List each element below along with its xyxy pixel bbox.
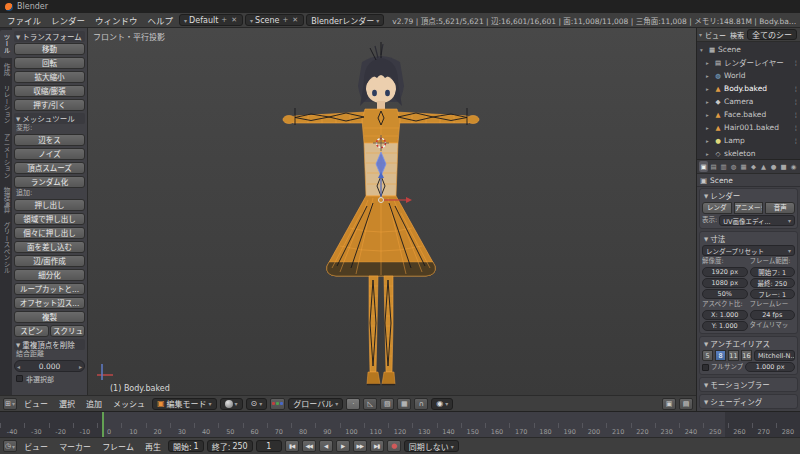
timeline-frame-menu[interactable]: フレーム (98, 441, 138, 452)
aa-samples-8-button[interactable]: 8 (715, 350, 726, 361)
restrict-toggles[interactable]: ¦ (795, 111, 797, 119)
mode-dropdown[interactable]: ▣編集モード▾ (152, 398, 217, 410)
subdivide-button[interactable]: 細分化 (14, 269, 85, 281)
sync-dropdown[interactable]: 同期しない▾ (404, 440, 459, 452)
restrict-toggles[interactable]: ¦ (795, 59, 797, 67)
frame-start-field[interactable]: 開始フ: 1 (750, 267, 796, 277)
screen-layout-dropdown[interactable]: ▾ Default + ✕ (179, 14, 243, 26)
render-animation-button[interactable]: アニメーショ (734, 202, 764, 214)
unselected-checkbox[interactable] (16, 375, 23, 382)
outliner-row-face-baked[interactable]: ▸▲Face.baked¦ (697, 108, 800, 121)
panel-shading-header[interactable]: ▼シェーディング (702, 396, 795, 407)
loopcut-button[interactable]: ループカットと... (14, 283, 85, 295)
outliner-search-menu[interactable]: 検索 (729, 30, 745, 40)
tab-relations[interactable]: リレーション (0, 81, 12, 128)
restrict-toggles[interactable]: ¦ (795, 98, 797, 106)
resolution-y-field[interactable]: 1080 px (702, 278, 748, 288)
outliner-row-renderlayers[interactable]: ▸▤レンダーレイヤー¦ (697, 56, 800, 69)
panel-motion-blur-header[interactable]: ▼モーションブラー (702, 379, 795, 390)
disclosure-icon[interactable]: ▸ (706, 73, 712, 79)
close-layout-button[interactable]: ✕ (230, 16, 238, 24)
aa-size-field[interactable]: 1.000 px (745, 362, 795, 372)
edge-select-button[interactable]: ◺ (363, 398, 377, 410)
full-sample-checkbox[interactable] (702, 364, 709, 371)
add-layout-button[interactable]: + (220, 16, 228, 24)
outliner-row-scene[interactable]: ▾▦Scene (697, 43, 800, 56)
viewport-canvas[interactable] (88, 28, 696, 395)
tab-tools[interactable]: ツール (0, 30, 12, 58)
outliner-row-world[interactable]: ▸◍World (697, 69, 800, 82)
panel-meshtools-header[interactable]: ▼メッシュツール (14, 113, 85, 124)
merge-distance-field[interactable]: ◂ 0.000 ▸ (14, 360, 85, 372)
timeline-editor-type-button[interactable]: ◷▾ (3, 440, 17, 452)
duplicate-button[interactable]: 複製 (14, 311, 85, 323)
tab-constraints[interactable]: ◆ (749, 161, 758, 172)
panel-dimensions-header[interactable]: ▼寸法 (702, 233, 795, 244)
prev-keyframe-button[interactable]: ◀◀ (302, 440, 316, 452)
view-menu[interactable]: ビュー (20, 398, 52, 409)
inset-faces-button[interactable]: 面を差し込む (14, 241, 85, 253)
disclosure-icon[interactable]: ▸ (706, 86, 712, 92)
render-button[interactable]: レンダ (702, 202, 732, 214)
add-scene-button[interactable]: + (281, 16, 289, 24)
smooth-vertex-button[interactable]: 頂点スムーズ (14, 162, 85, 174)
editor-type-icon[interactable]: ▾ (699, 31, 702, 38)
render-opengl-button[interactable]: ▣ (662, 398, 676, 410)
editor-type-button[interactable]: ⊞▾ (3, 398, 17, 410)
current-frame-indicator[interactable] (102, 412, 104, 437)
manipulator-toggle[interactable] (270, 398, 285, 410)
outliner-row-body-baked[interactable]: ▸▲Body.baked¦ (697, 82, 800, 95)
increment-icon[interactable]: ▸ (79, 363, 82, 370)
menu-render[interactable]: レンダー (47, 14, 89, 26)
timeline-view-menu[interactable]: ビュー (20, 441, 52, 452)
aa-filter-dropdown[interactable]: Mitchell-N...▾ (754, 350, 795, 361)
tab-scene[interactable]: ▥ (719, 161, 728, 172)
disclosure-icon[interactable]: ▾ (700, 47, 706, 53)
menu-window[interactable]: ウィンドウ (91, 14, 142, 26)
render-opengl-anim-button[interactable]: ▤ (679, 398, 693, 410)
tab-texture[interactable]: ◉ (789, 161, 798, 172)
extrude-individual-button[interactable]: 個々に押し出し (14, 227, 85, 239)
panel-render-header[interactable]: ▼レンダー (702, 190, 795, 201)
tab-world[interactable]: ◍ (729, 161, 738, 172)
outliner-row-skeleton[interactable]: ▸◇skeleton (697, 147, 800, 159)
proportional-edit-dropdown[interactable]: ◉▾ (431, 398, 453, 410)
scale-button[interactable]: 拡大縮小 (14, 71, 85, 83)
aa-samples-5-button[interactable]: 5 (702, 350, 713, 361)
disclosure-icon[interactable]: ▸ (706, 60, 712, 66)
unselected-checkbox-row[interactable]: 非選択部 (14, 373, 85, 384)
disclosure-icon[interactable]: ▸ (706, 125, 712, 131)
disclosure-icon[interactable]: ▸ (706, 99, 712, 105)
tab-animation[interactable]: アニメーション (0, 129, 12, 183)
menu-file[interactable]: ファイル (3, 14, 45, 26)
tab-material[interactable]: ■ (779, 161, 788, 172)
jump-to-end-button[interactable]: ▶▮ (370, 440, 384, 452)
disclosure-icon[interactable]: ▸ (706, 138, 712, 144)
tab-render-layers[interactable]: ▤ (709, 161, 718, 172)
spin-button[interactable]: スピン (14, 325, 49, 337)
current-frame-field[interactable]: 1 (256, 440, 282, 452)
panel-transform-header[interactable]: ▼トランスフォーム (14, 31, 85, 42)
disclosure-icon[interactable]: ▸ (706, 112, 712, 118)
extrude-region-button[interactable]: 領域で押し出し (14, 213, 85, 225)
timeline-playback-menu[interactable]: 再生 (141, 441, 165, 452)
push-pull-button[interactable]: 押す/引く (14, 99, 85, 111)
fps-dropdown[interactable]: 24 fps (750, 310, 796, 320)
extrude-button[interactable]: 押し出し (14, 199, 85, 211)
decrement-icon[interactable]: ◂ (17, 363, 20, 370)
tab-modifiers[interactable]: ▲ (759, 161, 768, 172)
panel-antialiasing-header[interactable]: ▼アンチエイリアス (702, 338, 795, 349)
pivot-dropdown[interactable]: ⊙▾ (246, 398, 268, 410)
outliner-row-hair-baked[interactable]: ▸▲Hair001.baked¦ (697, 121, 800, 134)
translate-button[interactable]: 移動 (14, 43, 85, 55)
tab-render[interactable]: ▣ (699, 161, 708, 172)
render-audio-button[interactable]: 音声 (765, 202, 795, 214)
tab-create[interactable]: 作成 (0, 59, 12, 80)
randomize-button[interactable]: ランダム化 (14, 176, 85, 188)
resolution-percentage-field[interactable]: 50% (702, 289, 748, 299)
close-scene-button[interactable]: ✕ (291, 16, 299, 24)
shrink-fatten-button[interactable]: 収縮/膨張 (14, 85, 85, 97)
play-button[interactable]: ▶ (336, 440, 350, 452)
restrict-toggles[interactable]: ¦ (795, 85, 797, 93)
play-reverse-button[interactable]: ◀ (319, 440, 333, 452)
